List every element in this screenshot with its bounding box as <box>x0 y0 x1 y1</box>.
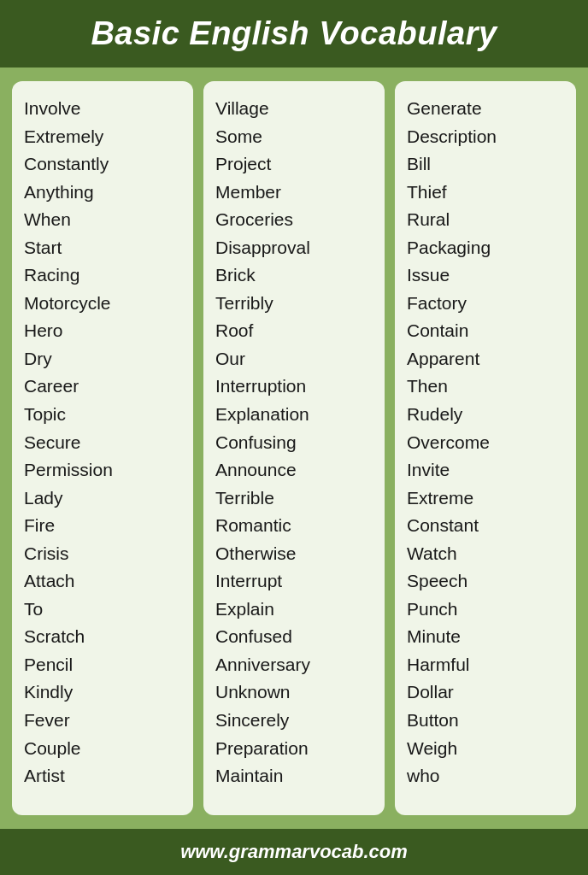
word-item: Explain <box>215 596 373 624</box>
column-2: VillageSomeProjectMemberGroceriesDisappr… <box>203 81 385 815</box>
column-3: GenerateDescriptionBillThiefRuralPackagi… <box>395 81 576 815</box>
page-title: Basic English Vocabulary <box>17 15 571 52</box>
page-footer: www.grammarvocab.com <box>0 829 588 875</box>
word-item: Brick <box>215 261 373 290</box>
page-header: Basic English Vocabulary <box>0 0 588 68</box>
word-item: Bill <box>407 150 564 179</box>
word-item: Romantic <box>215 512 373 540</box>
word-item: Sincerely <box>215 707 373 735</box>
word-item: Couple <box>24 735 181 763</box>
column-1: InvolveExtremelyConstantlyAnythingWhenSt… <box>12 81 193 815</box>
word-item: Speech <box>407 567 564 596</box>
word-item: Anything <box>24 179 181 207</box>
word-item: Then <box>407 373 564 401</box>
word-item: Permission <box>24 456 181 484</box>
word-item: Maintain <box>215 762 373 790</box>
word-item: Project <box>215 150 373 179</box>
word-item: Preparation <box>215 735 373 763</box>
word-item: Announce <box>215 456 373 484</box>
word-item: Anniversary <box>215 651 373 679</box>
word-item: Extreme <box>407 484 564 513</box>
word-item: Start <box>24 234 181 262</box>
word-item: Overcome <box>407 429 564 457</box>
columns-wrapper: InvolveExtremelyConstantlyAnythingWhenSt… <box>12 81 576 815</box>
word-item: Terribly <box>215 290 373 318</box>
word-item: Fever <box>24 707 181 735</box>
word-item: Village <box>215 95 373 123</box>
word-item: Our <box>215 345 373 373</box>
word-item: Disapproval <box>215 234 373 262</box>
word-item: Scratch <box>24 623 181 651</box>
word-item: Rudely <box>407 401 564 429</box>
word-item: Issue <box>407 261 564 290</box>
word-item: Otherwise <box>215 540 373 568</box>
word-item: Unknown <box>215 678 373 707</box>
word-item: Generate <box>407 95 564 123</box>
word-item: Some <box>215 123 373 151</box>
content-area: InvolveExtremelyConstantlyAnythingWhenSt… <box>0 68 588 829</box>
word-item: Watch <box>407 540 564 568</box>
word-item: Dry <box>24 345 181 373</box>
word-item: Career <box>24 373 181 401</box>
word-item: Interruption <box>215 373 373 401</box>
word-item: Lady <box>24 484 181 513</box>
word-item: Constantly <box>24 150 181 179</box>
word-item: Invite <box>407 456 564 484</box>
word-item: Groceries <box>215 206 373 234</box>
word-item: Hero <box>24 317 181 345</box>
word-item: Confusing <box>215 429 373 457</box>
word-item: Factory <box>407 290 564 318</box>
word-item: Crisis <box>24 540 181 568</box>
word-item: Secure <box>24 429 181 457</box>
word-item: Topic <box>24 401 181 429</box>
word-item: Description <box>407 123 564 151</box>
word-item: Button <box>407 707 564 735</box>
word-item: Pencil <box>24 651 181 679</box>
footer-url: www.grammarvocab.com <box>180 841 408 862</box>
word-item: Harmful <box>407 651 564 679</box>
word-item: Punch <box>407 596 564 624</box>
word-item: Kindly <box>24 678 181 707</box>
word-item: Member <box>215 179 373 207</box>
word-item: Dollar <box>407 678 564 707</box>
word-item: Motorcycle <box>24 290 181 318</box>
word-item: Roof <box>215 317 373 345</box>
word-item: Constant <box>407 512 564 540</box>
word-item: Interrupt <box>215 567 373 596</box>
word-item: Confused <box>215 623 373 651</box>
word-item: Racing <box>24 261 181 290</box>
word-item: Explanation <box>215 401 373 429</box>
word-item: Apparent <box>407 345 564 373</box>
word-item: When <box>24 206 181 234</box>
word-item: Thief <box>407 179 564 207</box>
word-item: Extremely <box>24 123 181 151</box>
word-item: Rural <box>407 206 564 234</box>
word-item: Artist <box>24 762 181 790</box>
word-item: Packaging <box>407 234 564 262</box>
word-item: Weigh <box>407 735 564 763</box>
word-item: Involve <box>24 95 181 123</box>
word-item: Minute <box>407 623 564 651</box>
word-item: who <box>407 762 564 790</box>
word-item: Fire <box>24 512 181 540</box>
word-item: Terrible <box>215 484 373 513</box>
word-item: To <box>24 596 181 624</box>
word-item: Attach <box>24 567 181 596</box>
word-item: Contain <box>407 317 564 345</box>
